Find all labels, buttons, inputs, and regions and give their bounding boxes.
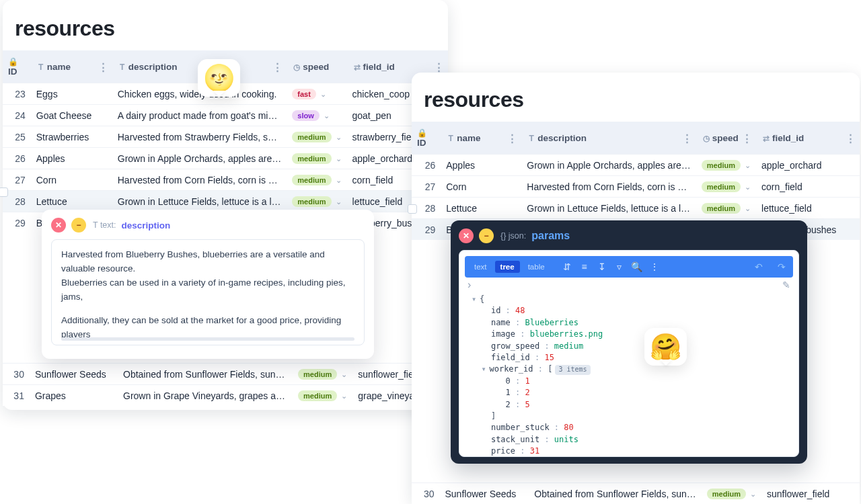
tab-table[interactable]: table (523, 261, 550, 273)
cell-name: Goat Cheese (31, 105, 112, 126)
clock-icon: ◷ (292, 62, 301, 72)
cell-field-id: sunflower_field (761, 483, 860, 505)
cell-speed[interactable]: medium⌄ (287, 148, 346, 169)
table-row[interactable]: 26 Apples Grown in Apple Orchards, apple… (412, 155, 860, 176)
emoji-moon-popover: 🌝 (198, 59, 240, 97)
close-button[interactable]: ✕ (459, 228, 474, 243)
edit-icon[interactable]: ✎ (782, 280, 790, 290)
cell-id: 30 (3, 364, 30, 385)
col-id[interactable]: 🔒ID (3, 50, 31, 83)
tab-tree[interactable]: tree (495, 261, 520, 273)
cell-name: Sunflower Seeds (440, 483, 529, 505)
col-menu-icon[interactable]: ⋮ (507, 133, 517, 143)
table-row[interactable]: 28 Lettuce Grown in Lettuce Fields, lett… (412, 198, 860, 219)
speed-badge: medium (702, 181, 741, 192)
chevron-down-icon[interactable]: ⌄ (336, 198, 342, 206)
close-button[interactable]: ✕ (51, 218, 66, 233)
field-name-label: description (122, 220, 171, 230)
col-menu-icon[interactable]: ⋮ (434, 62, 444, 72)
cell-name: Grapes (30, 385, 118, 407)
cell-field-id: corn_field (756, 176, 860, 198)
col-name[interactable]: Tname ⋮ (441, 122, 521, 155)
chevron-down-icon[interactable]: ⌄ (745, 161, 751, 170)
chevron-down-icon[interactable]: ⌄ (320, 90, 326, 99)
tab-text[interactable]: text (469, 261, 492, 273)
cell-speed[interactable]: medium⌄ (702, 483, 761, 505)
collapse-all-icon[interactable]: ≡ (577, 259, 592, 274)
table-row[interactable]: 31 Grapes Grown in Grape Vineyards, grap… (3, 385, 448, 407)
undo-icon[interactable]: ↶ (751, 259, 766, 274)
cell-speed[interactable]: medium⌄ (293, 364, 352, 385)
col-speed[interactable]: ◷speed ⋮ (696, 122, 756, 155)
cell-speed[interactable]: fast⌄ (287, 83, 346, 105)
table-row[interactable]: 25 Strawberries Harvested from Strawberr… (3, 126, 448, 148)
col-name[interactable]: Tname ⋮ (31, 50, 112, 83)
col-speed[interactable]: ◷speed (287, 50, 346, 83)
emoji-hug-popover: 🤗 (644, 328, 687, 366)
cell-field-id: lettuce_field (756, 198, 860, 219)
link-icon: ⇄ (352, 62, 362, 72)
cell-speed[interactable]: medium⌄ (287, 169, 346, 191)
cell-name: Corn (31, 169, 112, 191)
col-description[interactable]: Tdescription ⋮ (521, 122, 696, 155)
chevron-down-icon[interactable]: ⌄ (336, 133, 342, 142)
right-resources-panel: resources 🔒ID Tname ⋮ Tdescription ⋮ ◷sp… (412, 73, 860, 504)
minimize-button[interactable]: − (71, 218, 86, 233)
cell-id: 27 (412, 176, 441, 198)
cell-name: Corn (441, 176, 521, 198)
sort-icon[interactable]: ↧ (595, 259, 609, 274)
horizontal-scrollbar[interactable] (61, 337, 354, 341)
table-row[interactable]: 30 Sunflower Seeds Obtained from Sunflow… (412, 483, 860, 505)
chevron-down-icon[interactable]: ⌄ (745, 204, 751, 213)
filter-icon[interactable]: ▿ (612, 259, 627, 274)
text-type-icon: T (118, 62, 127, 72)
expand-all-icon[interactable]: ⇵ (560, 259, 574, 274)
speed-badge: medium (298, 369, 337, 380)
search-icon[interactable]: 🔍 (630, 259, 644, 274)
cell-speed[interactable]: medium⌄ (287, 126, 346, 148)
col-id[interactable]: 🔒ID (412, 122, 441, 155)
col-menu-icon[interactable]: ⋮ (682, 133, 692, 143)
cell-speed[interactable]: medium⌄ (696, 176, 756, 198)
col-field-id[interactable]: ⇄field_id ⋮ (756, 122, 860, 155)
table-row[interactable]: 27 Corn Harvested from Corn Fields, corn… (3, 169, 448, 191)
cell-field-id: apple_orchard (756, 155, 860, 176)
json-tree[interactable]: ▾{ id : 48 name : Blueberries image : bl… (459, 292, 798, 457)
row-checkbox[interactable] (0, 187, 8, 197)
chevron-down-icon[interactable]: ⌄ (750, 490, 756, 499)
table-row[interactable]: 24 Goat Cheese A dairy product made from… (3, 105, 448, 126)
chevron-down-icon[interactable]: ⌄ (341, 392, 347, 401)
cell-id: 23 (3, 83, 31, 105)
table-row[interactable]: 28 Lettuce Grown in Lettuce Fields, lett… (3, 191, 448, 212)
col-menu-icon[interactable]: ⋮ (98, 62, 108, 72)
chevron-down-icon[interactable]: ⌄ (745, 183, 751, 192)
cell-speed[interactable]: medium⌄ (293, 385, 352, 407)
cell-speed[interactable]: slow⌄ (287, 105, 346, 126)
cell-name: Lettuce (31, 191, 112, 212)
json-editor-card: ✕ − {} json: params text tree table ⇵ ≡ … (451, 220, 807, 464)
redo-icon[interactable]: ↷ (774, 259, 789, 274)
minimize-button[interactable]: − (479, 228, 494, 243)
speed-badge: medium (292, 132, 331, 142)
chevron-down-icon[interactable]: ⌄ (336, 155, 342, 163)
json-editor-body: text tree table ⇵ ≡ ↧ ▿ 🔍 ⋮ ↶ ↷ › ✎ ▾{ i… (459, 250, 799, 457)
chevron-down-icon[interactable]: ⌄ (324, 112, 330, 120)
chevron-down-icon[interactable]: ⌄ (336, 176, 342, 185)
col-menu-icon[interactable]: ⋮ (272, 62, 283, 72)
field-type-label: T text: (93, 220, 116, 230)
cell-speed[interactable]: medium⌄ (287, 191, 346, 212)
chevron-down-icon[interactable]: ⌄ (341, 370, 347, 379)
table-row[interactable]: 26 Apples Grown in Apple Orchards, apple… (3, 148, 448, 169)
col-menu-icon[interactable]: ⋮ (742, 133, 752, 143)
description-textarea[interactable]: Harvested from Blueberry Bushes, blueber… (51, 239, 365, 345)
cell-speed[interactable]: medium⌄ (696, 198, 756, 219)
table-row[interactable]: 30 Sunflower Seeds Obtained from Sunflow… (3, 364, 448, 385)
row-checkbox[interactable] (408, 204, 417, 214)
page-title: resources (3, 0, 448, 50)
table-row[interactable]: 27 Corn Harvested from Corn Fields, corn… (412, 176, 860, 198)
col-menu-icon[interactable]: ⋮ (846, 133, 856, 143)
breadcrumb-chevron-icon[interactable]: › (467, 279, 476, 291)
menu-icon[interactable]: ⋮ (647, 259, 662, 274)
cell-description: Obtained from Sunflower Fields, sun… (118, 364, 293, 385)
cell-speed[interactable]: medium⌄ (696, 155, 756, 176)
